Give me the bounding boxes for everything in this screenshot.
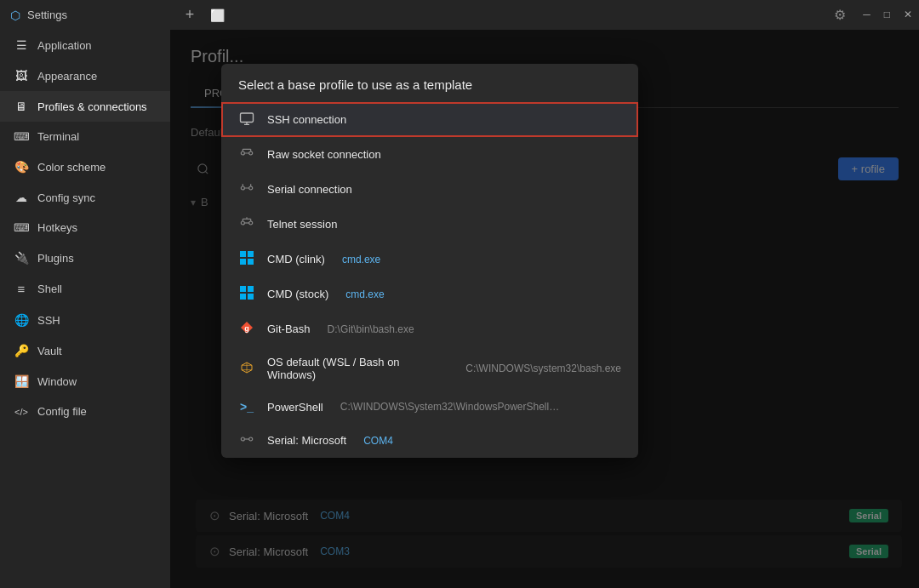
dropdown-item-wsl[interactable]: OS default (WSL / Bash on Windows) C:\WI… bbox=[221, 346, 638, 391]
ssh-icon: 🌐 bbox=[14, 313, 29, 327]
svg-point-6 bbox=[249, 151, 253, 155]
dropdown-item-sub: C:\WINDOWS\system32\bash.exe bbox=[465, 363, 621, 374]
sidebar-item-label: Window bbox=[37, 375, 77, 388]
windows-stock-icon bbox=[238, 286, 255, 302]
svg-point-5 bbox=[241, 151, 244, 155]
window-icon: 🪟 bbox=[14, 374, 29, 388]
profiles-icon: 🖥 bbox=[14, 100, 29, 113]
dropdown-item-label: OS default (WSL / Bash on Windows) bbox=[267, 356, 448, 381]
dropdown-item-label: Serial: Microsoft bbox=[267, 434, 346, 447]
svg-rect-29 bbox=[240, 294, 246, 300]
sidebar-item-label: Color scheme bbox=[37, 161, 106, 174]
sidebar-item-label: Vault bbox=[37, 345, 62, 357]
svg-point-11 bbox=[241, 186, 244, 190]
svg-rect-27 bbox=[240, 286, 246, 292]
sidebar-item-label: Hotkeys bbox=[37, 221, 77, 234]
new-tab-button[interactable]: + bbox=[179, 4, 201, 26]
dropdown-item-serial[interactable]: Serial connection bbox=[221, 172, 638, 207]
dropdown-item-sub: D:\Git\bin\bash.exe bbox=[328, 323, 414, 335]
dropdown-item-git-bash[interactable]: g Git-Bash D:\Git\bin\bash.exe bbox=[221, 311, 638, 346]
dropdown-item-serial-ms[interactable]: Serial: Microsoft COM4 bbox=[221, 423, 638, 458]
svg-rect-28 bbox=[248, 286, 254, 292]
svg-rect-30 bbox=[248, 294, 254, 300]
sidebar-item-config-file[interactable]: </> Config file bbox=[0, 397, 170, 426]
dropdown-item-telnet[interactable]: Telnet session bbox=[221, 207, 638, 242]
titlebar-title: Settings bbox=[27, 9, 67, 21]
sidebar-item-shell[interactable]: ≡ Shell bbox=[0, 273, 170, 305]
dropdown-item-cmd-clink[interactable]: CMD (clink) cmd.exe bbox=[221, 242, 638, 277]
dropdown-item-label: CMD (stock) bbox=[267, 288, 328, 300]
settings-gear-icon[interactable]: ⚙ bbox=[824, 7, 856, 23]
dropdown-item-label: SSH connection bbox=[267, 113, 346, 126]
svg-point-17 bbox=[249, 221, 253, 225]
sidebar-item-label: SSH bbox=[37, 314, 60, 327]
dropdown-item-label: Telnet session bbox=[267, 218, 337, 231]
sidebar-item-label: Plugins bbox=[37, 252, 74, 265]
sidebar-item-label: Config file bbox=[37, 405, 87, 418]
sidebar-item-hotkeys[interactable]: ⌨ Hotkeys bbox=[0, 213, 170, 243]
profile-template-dropdown: Select a base profile to use as a templa… bbox=[221, 64, 638, 458]
dropdown-item-label: CMD (clink) bbox=[267, 253, 325, 265]
svg-rect-23 bbox=[240, 251, 246, 257]
tab-rectangle-icon[interactable]: ⬜ bbox=[206, 4, 228, 26]
dropdown-item-raw[interactable]: Raw socket connection bbox=[221, 137, 638, 172]
dropdown-item-ssh[interactable]: SSH connection bbox=[221, 102, 638, 137]
serial-conn-icon bbox=[238, 181, 255, 197]
wsl-icon bbox=[238, 361, 255, 377]
gitbash-icon: g bbox=[238, 321, 255, 337]
window-close-button[interactable]: ✕ bbox=[897, 0, 919, 30]
windows-icon bbox=[238, 251, 255, 267]
sidebar-item-color-scheme[interactable]: 🎨 Color scheme bbox=[0, 151, 170, 182]
app-logo-icon: ⬡ bbox=[10, 9, 20, 22]
dropdown-item-sub: COM4 bbox=[363, 435, 393, 447]
svg-rect-2 bbox=[241, 113, 254, 123]
serial-ms-icon bbox=[238, 432, 255, 448]
dropdown-item-sub: cmd.exe bbox=[342, 254, 380, 265]
svg-rect-26 bbox=[248, 259, 254, 265]
svg-point-16 bbox=[241, 221, 244, 225]
sidebar-item-label: Terminal bbox=[37, 130, 79, 143]
dropdown-item-cmd-stock[interactable]: CMD (stock) cmd.exe bbox=[221, 277, 638, 311]
sidebar-item-application[interactable]: ☰ Application bbox=[0, 30, 170, 60]
sidebar-item-vault[interactable]: 🔑 Vault bbox=[0, 335, 170, 366]
dropdown-item-sub: cmd.exe bbox=[345, 288, 384, 300]
monitor-icon bbox=[238, 111, 255, 128]
vault-icon: 🔑 bbox=[14, 344, 29, 357]
powershell-icon: >_ bbox=[238, 400, 255, 414]
dropdown-item-label: PowerShell bbox=[267, 401, 323, 414]
raw-socket-icon bbox=[238, 146, 255, 163]
hotkeys-icon: ⌨ bbox=[14, 221, 29, 234]
appearance-icon: 🖼 bbox=[14, 69, 29, 83]
sidebar-item-window[interactable]: 🪟 Window bbox=[0, 366, 170, 397]
sidebar-item-appearance[interactable]: 🖼 Appearance bbox=[0, 60, 170, 91]
sidebar-item-label: Application bbox=[37, 39, 92, 52]
svg-rect-24 bbox=[248, 251, 254, 257]
dropdown-item-sub: C:\WINDOWS\System32\WindowsPowerShell\v1… bbox=[340, 401, 562, 413]
dropdown-item-label: Git-Bash bbox=[267, 323, 311, 335]
color-scheme-icon: 🎨 bbox=[14, 160, 29, 174]
dropdown-title: Select a base profile to use as a templa… bbox=[221, 64, 638, 102]
sidebar-item-label: Config sync bbox=[37, 191, 95, 204]
window-maximize-button[interactable]: □ bbox=[877, 0, 897, 30]
sidebar-item-label: Appearance bbox=[37, 70, 97, 83]
sidebar-item-ssh[interactable]: 🌐 SSH bbox=[0, 305, 170, 335]
sidebar-item-label: Shell bbox=[37, 283, 62, 295]
dropdown-item-powershell[interactable]: >_ PowerShell C:\WINDOWS\System32\Window… bbox=[221, 391, 638, 423]
application-icon: ☰ bbox=[14, 38, 29, 52]
sidebar-item-config-sync[interactable]: ☁ Config sync bbox=[0, 182, 170, 213]
svg-point-37 bbox=[241, 437, 244, 441]
sidebar-item-terminal[interactable]: ⌨ Terminal bbox=[0, 122, 170, 151]
config-sync-icon: ☁ bbox=[14, 191, 29, 204]
svg-rect-25 bbox=[240, 259, 246, 265]
svg-point-12 bbox=[249, 186, 253, 190]
svg-text:g: g bbox=[244, 324, 249, 333]
sidebar-item-plugins[interactable]: 🔌 Plugins bbox=[0, 243, 170, 273]
dropdown-item-label: Raw socket connection bbox=[267, 148, 381, 161]
sidebar-item-label: Profiles & connections bbox=[37, 100, 147, 113]
sidebar-item-profiles[interactable]: 🖥 Profiles & connections bbox=[0, 91, 170, 122]
window-minimize-button[interactable]: ─ bbox=[856, 0, 877, 30]
terminal-icon: ⌨ bbox=[14, 130, 29, 143]
svg-point-38 bbox=[249, 437, 253, 441]
telnet-icon bbox=[238, 216, 255, 232]
shell-icon: ≡ bbox=[14, 282, 29, 296]
